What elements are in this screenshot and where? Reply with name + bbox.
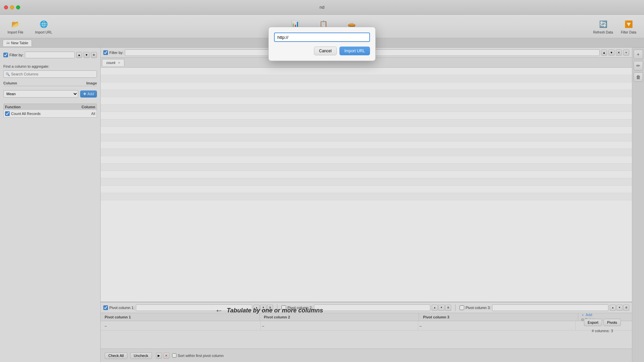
cancel-button[interactable]: Cancel <box>314 47 336 55</box>
import-url-button[interactable]: Import URL <box>339 47 370 55</box>
import-url-dialog: Cancel Import URL <box>268 27 376 61</box>
modal-buttons: Cancel Import URL <box>274 47 370 55</box>
url-input[interactable] <box>274 33 370 42</box>
modal-overlay: Cancel Import URL <box>0 0 644 362</box>
